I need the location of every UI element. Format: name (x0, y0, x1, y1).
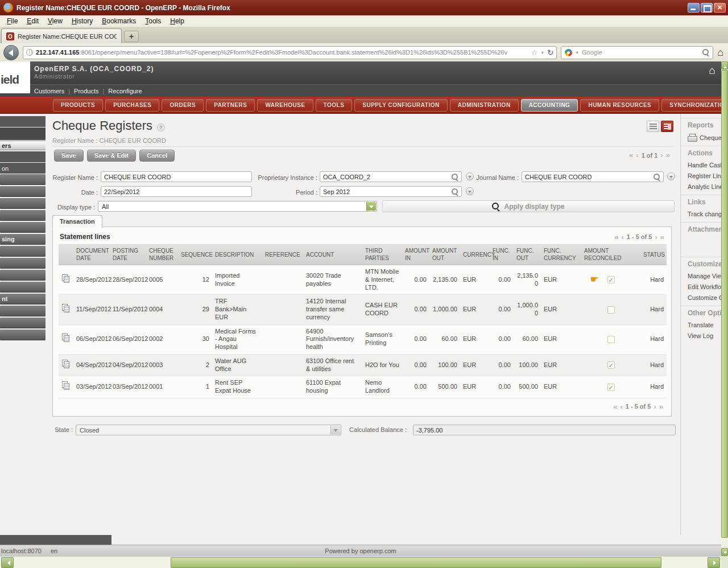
cell-document-date[interactable]: 04/Sep/2012 (73, 354, 110, 376)
cell-currency[interactable]: EUR (460, 295, 490, 324)
cell-currency[interactable]: EUR (460, 354, 490, 376)
cell-document-date[interactable]: 28/Sep/2012 (73, 265, 110, 295)
browser-tab[interactable]: O Register Name:CHEQUE EUR COORD - Open.… (1, 28, 122, 43)
lookup-magnifier-icon[interactable] (452, 188, 458, 195)
cell-func-out[interactable]: 60.00 (514, 324, 541, 354)
url-bar[interactable]: 212.147.41.165:8061/openerp/menu?active=… (23, 46, 557, 59)
cell-func-in[interactable]: 0.00 (490, 265, 514, 295)
main-nav-button[interactable]: ORDERS (162, 99, 204, 112)
main-nav-button[interactable]: ADMINISTRATION (450, 99, 519, 112)
sidebar-action-link[interactable]: Register Lines (681, 170, 721, 181)
sidebar-action-link[interactable]: Customize Obje (681, 292, 721, 303)
cell-document-date[interactable]: 06/Sep/2012 (73, 324, 110, 354)
sidebar-action-link[interactable]: Edit Workflow (681, 281, 721, 292)
cell-func-out[interactable]: 2,135.00 (514, 265, 541, 295)
main-nav-button[interactable]: TOOLS (316, 99, 353, 112)
cell-cheque-number[interactable]: 0005 (146, 265, 178, 295)
open-record-icon[interactable] (61, 304, 71, 313)
journal-name-field[interactable]: CHEQUE EUR COORD (522, 171, 664, 182)
cell-amount-in[interactable]: 0.00 (402, 376, 429, 398)
scroll-right-icon[interactable] (708, 557, 720, 568)
main-nav-button[interactable]: PURCHASES (105, 99, 159, 112)
column-header[interactable]: REFERENCE (262, 244, 303, 265)
new-tab-button[interactable]: + (124, 31, 139, 42)
cell-description[interactable]: Imported Invoice (212, 265, 262, 295)
cell-amount-out[interactable]: 100.00 (429, 354, 460, 376)
cell-document-date[interactable]: 03/Sep/2012 (73, 376, 110, 398)
sidebar-action-link[interactable]: Cheque Inv (681, 131, 721, 143)
search-magnifier-icon[interactable] (702, 49, 709, 56)
reconciled-checkbox[interactable] (607, 384, 615, 391)
header-menu-link[interactable]: Products (64, 88, 98, 94)
cell-sequence[interactable]: 2 (178, 354, 212, 376)
tab-transaction[interactable]: Transaction (52, 215, 102, 228)
cell-document-date[interactable]: 11/Sep/2012 (73, 295, 110, 324)
select-dropdown-icon[interactable] (366, 202, 376, 211)
google-logo-icon[interactable] (565, 49, 572, 56)
pager-first-icon[interactable]: « (614, 233, 618, 241)
scroll-up-icon[interactable] (721, 61, 728, 69)
cell-description[interactable]: Water AUG Office (212, 354, 262, 376)
vertical-scrollbar-thumb[interactable] (721, 70, 728, 538)
apply-display-type-button[interactable]: Apply display type (382, 200, 675, 212)
cell-third-parties[interactable]: Samson's Printing (362, 324, 402, 354)
column-header[interactable]: CHEQUE NUMBER (146, 244, 178, 265)
cell-account[interactable]: 64900 Furnish/inventory health (303, 324, 362, 354)
scroll-left-icon[interactable] (1, 557, 14, 568)
scroll-down-icon[interactable] (721, 548, 728, 556)
lookup-magnifier-icon[interactable] (452, 174, 458, 180)
reconcile-action-icon[interactable]: ☛ (590, 275, 598, 284)
cell-third-parties[interactable]: H2O for You (362, 354, 402, 376)
column-header[interactable]: THIRD PARTIES (362, 244, 402, 265)
column-header[interactable]: AMOUNT OUT (429, 244, 460, 265)
cell-func-out[interactable]: 100.00 (514, 354, 541, 376)
open-record-icon[interactable] (61, 334, 71, 343)
pager-prev-icon[interactable]: ‹ (620, 403, 622, 410)
proprietary-instance-dropdown-icon[interactable] (466, 172, 474, 180)
cell-amount-in[interactable]: 0.00 (402, 354, 429, 376)
cell-account[interactable]: 30020 Trade payables (303, 265, 362, 295)
column-header[interactable]: ACCOUNT (303, 244, 362, 265)
reconciled-checkbox[interactable] (607, 336, 615, 343)
pager-next-icon[interactable]: › (653, 403, 656, 410)
cell-account[interactable]: 63100 Office rent & utilities (303, 354, 362, 376)
main-nav-button[interactable]: PARTNERS (206, 99, 255, 112)
cell-account[interactable]: 14120 Internal transfer same currency (303, 295, 362, 324)
date-field[interactable]: 22/Sep/2012 (101, 186, 252, 197)
url-dropdown-icon[interactable]: ▼ (540, 51, 544, 55)
column-header[interactable]: AMOUNT RECONCILED (581, 244, 640, 265)
minimize-button[interactable] (688, 3, 700, 13)
table-row[interactable]: 06/Sep/2012 06/Sep/2012 0002 30 Medical … (59, 324, 667, 354)
cancel-button[interactable]: Cancel (139, 150, 175, 162)
sidebar-item[interactable] (0, 306, 46, 316)
cell-status[interactable]: Hard (640, 354, 667, 376)
lookup-magnifier-icon[interactable] (653, 174, 660, 180)
header-menu-link[interactable]: Customers (34, 88, 64, 94)
list-view-button[interactable] (647, 121, 659, 132)
open-record-icon[interactable] (61, 381, 71, 390)
cell-func-currency[interactable]: EUR (541, 354, 581, 376)
pager-prev-icon[interactable]: ‹ (621, 233, 623, 241)
sidebar-item[interactable] (0, 210, 46, 221)
cell-third-parties[interactable]: CASH EUR COORD (362, 295, 402, 324)
cell-amount-out[interactable]: 60.00 (429, 324, 460, 354)
cell-posting-date[interactable]: 04/Sep/2012 (110, 354, 146, 376)
column-header[interactable]: FUNC. OUT (514, 244, 541, 265)
cell-func-in[interactable]: 0.00 (490, 354, 514, 376)
browser-menu-item[interactable]: Bookmarks (97, 16, 140, 26)
sidebar-item[interactable]: on (0, 163, 46, 174)
cell-cheque-number[interactable]: 0003 (146, 354, 178, 376)
search-box[interactable]: ▼ Google (561, 46, 713, 59)
cell-description[interactable]: TRF Bank>Main EUR (212, 295, 262, 324)
column-header[interactable]: POSTING DATE (110, 244, 146, 265)
app-home-icon[interactable]: ⌂ (709, 64, 715, 77)
proprietary-instance-field[interactable]: OCA_COORD_2 (320, 171, 462, 182)
main-nav-button[interactable]: SYNCHRONIZATION (661, 99, 721, 112)
main-nav-button[interactable]: HUMAN RESOURCES (580, 99, 659, 112)
sidebar-item[interactable]: nt (0, 294, 46, 304)
cell-third-parties[interactable]: MTN Mobile & Internet, LTD. (362, 265, 402, 295)
cell-third-parties[interactable]: Nemo Landlord (362, 376, 402, 398)
cell-sequence[interactable]: 29 (178, 295, 212, 324)
cell-reference[interactable] (262, 324, 303, 354)
cell-reference[interactable] (262, 354, 303, 376)
